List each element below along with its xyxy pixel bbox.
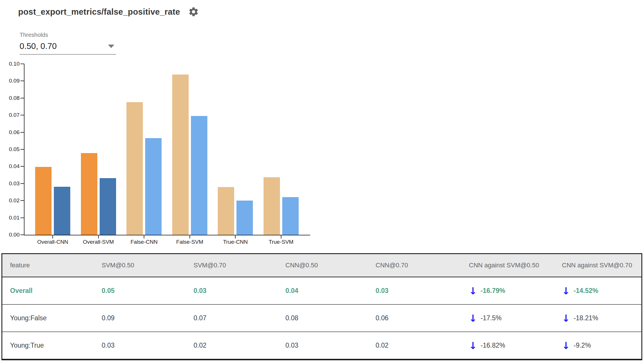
y-axis-tick — [20, 115, 24, 115]
settings-gear-icon[interactable] — [188, 6, 199, 17]
metric-value-cell: 0.02 — [190, 342, 282, 349]
metric-value-cell: 0.04 — [282, 287, 374, 295]
y-axis-tick — [20, 166, 24, 167]
bar-overall-svm-threshold0.70[interactable] — [100, 178, 116, 235]
metric-value-cell: 0.03 — [190, 287, 282, 295]
threshold-select-value: 0.50, 0.70 — [20, 41, 57, 51]
comparison-percentage: -9.2% — [574, 342, 591, 349]
x-axis-category-label: True-SVM — [258, 239, 304, 245]
column-header-5: CNN against SVM@0.50 — [466, 262, 558, 269]
bar-overall-cnn-threshold0.70[interactable] — [54, 187, 70, 235]
x-axis-category-label: False-SVM — [167, 239, 213, 245]
y-axis-tick — [20, 218, 24, 218]
metric-value-cell: 0.03 — [374, 287, 466, 295]
table-row-young-true: Young:True0.030.020.030.02↓-16.82%↓-9.2% — [2, 332, 641, 359]
bar-false-cnn-threshold0.70[interactable] — [145, 138, 162, 235]
x-axis-tick — [190, 235, 190, 239]
y-axis-tick — [20, 64, 24, 64]
y-axis-tick — [20, 200, 24, 201]
y-axis-tick-label: 0.09 — [2, 78, 20, 84]
x-axis-tick — [98, 235, 99, 239]
comparison-percentage: -16.82% — [481, 342, 505, 349]
column-header-0: feature — [2, 262, 97, 269]
x-axis-category-label: False-CNN — [121, 239, 167, 245]
comparison-percentage: -18.21% — [574, 314, 598, 322]
table-row-overall: Overall0.050.030.040.03↓-16.79%↓-14.52% — [2, 277, 641, 305]
comparison-cell: ↓-17.5% — [466, 313, 558, 323]
x-axis-tick — [144, 235, 144, 239]
arrow-down-icon: ↓ — [469, 341, 477, 350]
column-header-3: CNN@0.50 — [282, 262, 374, 269]
bar-overall-svm-threshold0.50[interactable] — [81, 153, 97, 235]
comparison-percentage: -14.52% — [574, 287, 598, 295]
bar-true-svm-threshold0.50[interactable] — [264, 177, 280, 235]
threshold-select[interactable]: Thresholds 0.50, 0.70 — [20, 32, 116, 55]
bar-false-svm-threshold0.50[interactable] — [172, 75, 189, 235]
y-axis-tick-label: 0.03 — [2, 180, 20, 187]
comparison-cell: ↓-16.82% — [466, 341, 558, 350]
y-axis-tick-label: 0.02 — [2, 197, 20, 204]
y-axis-tick-label: 0.00 — [2, 232, 20, 238]
y-axis-tick — [20, 149, 24, 150]
y-axis-tick-label: 0.08 — [2, 95, 20, 101]
metrics-table: featureSVM@0.50SVM@0.70CNN@0.50CNN@0.70C… — [1, 253, 642, 360]
metric-value-cell: 0.06 — [374, 314, 466, 322]
table-row-young-false: Young:False0.090.070.080.06↓-17.5%↓-18.2… — [2, 305, 641, 332]
false-positive-rate-bar-chart: 0.000.010.020.030.040.050.060.070.080.09… — [0, 58, 331, 253]
comparison-cell: ↓-18.21% — [558, 313, 641, 323]
comparison-percentage: -16.79% — [481, 287, 505, 295]
feature-cell: Young:False — [2, 314, 97, 322]
table-header-row: featureSVM@0.50SVM@0.70CNN@0.50CNN@0.70C… — [2, 254, 641, 277]
column-header-4: CNN@0.70 — [374, 262, 466, 269]
bar-true-cnn-threshold0.70[interactable] — [236, 201, 253, 235]
comparison-percentage: -17.5% — [481, 314, 502, 322]
comparison-cell: ↓-16.79% — [466, 286, 558, 296]
x-axis-category-label: True-CNN — [212, 239, 258, 245]
column-header-6: CNN against SVM@0.70 — [558, 262, 641, 269]
y-axis-tick-label: 0.07 — [2, 112, 20, 118]
feature-cell: Young:True — [2, 342, 97, 349]
x-axis-tick — [235, 235, 236, 239]
metric-value-cell: 0.03 — [97, 342, 190, 349]
y-axis-tick — [20, 81, 24, 81]
arrow-down-icon: ↓ — [562, 286, 570, 296]
metric-value-cell: 0.08 — [282, 314, 374, 322]
y-axis-tick — [20, 183, 24, 184]
metric-value-cell: 0.05 — [97, 287, 190, 295]
comparison-cell: ↓-14.52% — [558, 286, 641, 296]
y-axis-tick — [20, 235, 24, 235]
bar-true-svm-threshold0.70[interactable] — [282, 197, 299, 235]
y-axis-tick-label: 0.01 — [2, 215, 20, 221]
x-axis — [24, 235, 310, 235]
arrow-down-icon: ↓ — [562, 313, 570, 323]
bar-false-cnn-threshold0.50[interactable] — [126, 102, 143, 235]
y-axis-tick-label: 0.10 — [2, 61, 20, 67]
x-axis-category-label: Overall-CNN — [30, 239, 76, 245]
y-axis-tick-label: 0.06 — [2, 129, 20, 136]
metric-header: post_export_metrics/false_positive_rate — [18, 6, 199, 17]
x-axis-category-label: Overall-SVM — [75, 239, 122, 245]
column-header-2: SVM@0.70 — [190, 262, 282, 269]
y-axis — [24, 64, 24, 235]
arrow-down-icon: ↓ — [469, 286, 477, 296]
column-header-1: SVM@0.50 — [97, 262, 190, 269]
bar-true-cnn-threshold0.50[interactable] — [218, 187, 234, 235]
metric-value-cell: 0.07 — [190, 314, 282, 322]
metric-value-cell: 0.03 — [282, 342, 374, 349]
x-axis-tick — [281, 235, 281, 239]
y-axis-tick — [20, 132, 24, 133]
feature-cell: Overall — [2, 287, 97, 295]
bar-overall-cnn-threshold0.50[interactable] — [35, 167, 52, 235]
y-axis-tick — [20, 98, 24, 98]
bar-false-svm-threshold0.70[interactable] — [191, 116, 207, 235]
arrow-down-icon: ↓ — [562, 341, 570, 350]
x-axis-tick — [52, 235, 53, 239]
metric-title: post_export_metrics/false_positive_rate — [18, 7, 180, 17]
threshold-select-label: Thresholds — [20, 32, 116, 38]
arrow-down-icon: ↓ — [469, 313, 477, 323]
comparison-cell: ↓-9.2% — [558, 341, 641, 350]
y-axis-tick-label: 0.05 — [2, 146, 20, 153]
metric-value-cell: 0.09 — [97, 314, 190, 322]
chevron-down-icon — [108, 45, 114, 48]
metric-value-cell: 0.02 — [374, 342, 466, 349]
